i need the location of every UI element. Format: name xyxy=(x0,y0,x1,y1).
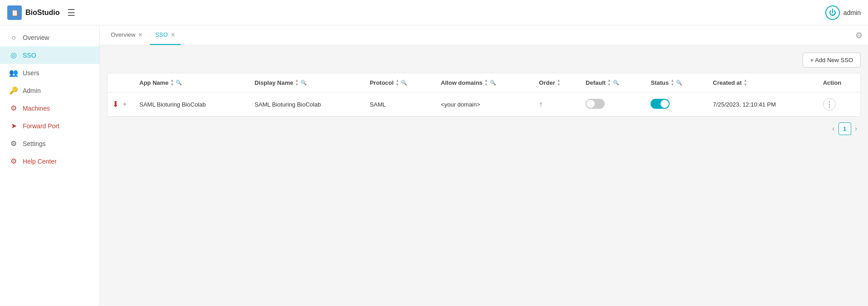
sort-up-icon: ▲ xyxy=(607,79,611,83)
cell-action: ⋮ xyxy=(819,92,860,117)
sort-down-icon: ▼ xyxy=(170,83,174,87)
drag-handle-icon[interactable]: ⬇ xyxy=(112,99,119,109)
sort-down-icon: ▼ xyxy=(484,83,488,87)
sidebar: ○ Overview ◎ SSO 👥 Users 🔑 Admin ⚙ Machi… xyxy=(0,25,100,306)
row-controls: ⬇ + xyxy=(112,99,130,109)
table-row: ⬇ + SAML Bioturing BioColab SAML Bioturi… xyxy=(108,92,860,117)
sidebar-item-forward-port[interactable]: ➤ Forward Port xyxy=(0,117,99,135)
tab-overview-label: Overview xyxy=(111,31,135,38)
sidebar-item-machines[interactable]: ⚙ Machines xyxy=(0,99,99,117)
tab-overview-close[interactable]: ✕ xyxy=(138,32,143,38)
col-allow-domains-label: Allow domains xyxy=(441,79,483,86)
app-name-sort[interactable]: ▲ ▼ xyxy=(170,79,174,87)
col-protocol-label: Protocol xyxy=(370,79,394,86)
cell-default xyxy=(581,92,646,117)
hamburger-menu-icon[interactable]: ☰ xyxy=(67,7,75,18)
col-row-controls xyxy=(108,73,135,92)
allow-domains-sort[interactable]: ▲ ▼ xyxy=(484,79,488,87)
cell-created-at: 7/25/2023, 12:10:41 PM xyxy=(708,92,818,117)
protocol-search-icon[interactable]: 🔍 xyxy=(401,80,407,86)
tabs-bar: Overview ✕ SSO ✕ ⚙ xyxy=(100,25,868,45)
main-layout: ○ Overview ◎ SSO 👥 Users 🔑 Admin ⚙ Machi… xyxy=(0,25,868,306)
sort-up-icon: ▲ xyxy=(484,79,488,83)
user-name: admin xyxy=(843,9,861,16)
created-at-sort[interactable]: ▲ ▼ xyxy=(744,79,747,87)
pagination: ‹ 1 › xyxy=(107,117,861,135)
sidebar-item-sso[interactable]: ◎ SSO xyxy=(0,46,99,64)
default-toggle-track[interactable] xyxy=(586,99,605,109)
more-actions-button[interactable]: ⋮ xyxy=(823,98,836,111)
order-sort[interactable]: ▲ ▼ xyxy=(557,79,561,87)
allow-domains-value: <your domain> xyxy=(441,101,480,108)
col-display-name-label: Display Name xyxy=(255,79,293,86)
tabs-settings-icon[interactable]: ⚙ xyxy=(855,30,863,40)
col-status: Status ▲ ▼ 🔍 xyxy=(646,73,708,92)
sidebar-label-machines: Machines xyxy=(23,105,50,112)
status-toggle-thumb xyxy=(661,100,669,108)
col-protocol: Protocol ▲ ▼ 🔍 xyxy=(365,73,436,92)
next-page-button[interactable]: › xyxy=(853,123,859,135)
col-default-label: Default xyxy=(586,79,606,86)
sidebar-label-forward-port: Forward Port xyxy=(23,122,59,130)
col-order: Order ▲ ▼ xyxy=(534,73,581,92)
add-row-icon[interactable]: + xyxy=(123,100,127,108)
default-search-icon[interactable]: 🔍 xyxy=(613,80,619,86)
sso-icon: ◎ xyxy=(9,51,18,59)
page-content: + Add New SSO App Name xyxy=(100,45,868,306)
sidebar-label-admin: Admin xyxy=(23,87,41,94)
row-controls-cell: ⬇ + xyxy=(108,92,135,117)
sidebar-item-overview[interactable]: ○ Overview xyxy=(0,29,99,46)
status-toggle-track[interactable] xyxy=(651,99,670,109)
sort-down-icon: ▼ xyxy=(295,83,299,87)
add-new-sso-button[interactable]: + Add New SSO xyxy=(803,53,861,68)
prev-page-button[interactable]: ‹ xyxy=(830,123,836,135)
display-name-search-icon[interactable]: 🔍 xyxy=(301,80,307,86)
app-name-value: SAML Bioturing BioColab xyxy=(139,101,206,108)
app-name-search-icon[interactable]: 🔍 xyxy=(176,80,182,86)
sort-down-icon: ▼ xyxy=(607,83,611,87)
page-number-1[interactable]: 1 xyxy=(838,122,851,135)
protocol-sort[interactable]: ▲ ▼ xyxy=(395,79,399,87)
content-area: Overview ✕ SSO ✕ ⚙ + Add New SSO xyxy=(100,25,868,306)
status-toggle[interactable] xyxy=(651,99,670,109)
cell-display-name: SAML Bioturing BioColab xyxy=(250,92,365,117)
sort-down-icon: ▼ xyxy=(744,83,747,87)
col-status-label: Status xyxy=(651,79,669,86)
col-created-at: Created at ▲ ▼ xyxy=(708,73,818,92)
sidebar-item-admin[interactable]: 🔑 Admin xyxy=(0,82,99,99)
sidebar-item-help-center[interactable]: ⚙ Help Center xyxy=(0,152,99,170)
tabs-list: Overview ✕ SSO ✕ xyxy=(105,25,181,45)
settings-icon: ⚙ xyxy=(9,139,18,148)
header: 📋 BioStudio ☰ ⏻ admin xyxy=(0,0,868,25)
status-search-icon[interactable]: 🔍 xyxy=(676,80,682,86)
sort-up-icon: ▲ xyxy=(395,79,399,83)
tab-overview[interactable]: Overview ✕ xyxy=(105,25,148,45)
order-up-button[interactable]: ↑ xyxy=(539,100,542,108)
col-display-name: Display Name ▲ ▼ 🔍 xyxy=(250,73,365,92)
default-toggle[interactable] xyxy=(586,99,605,109)
col-created-at-label: Created at xyxy=(713,79,742,86)
sort-up-icon: ▲ xyxy=(295,79,299,83)
sidebar-item-users[interactable]: 👥 Users xyxy=(0,64,99,82)
cell-app-name: SAML Bioturing BioColab xyxy=(135,92,250,117)
default-sort[interactable]: ▲ ▼ xyxy=(607,79,611,87)
sidebar-item-settings[interactable]: ⚙ Settings xyxy=(0,135,99,152)
sort-up-icon: ▲ xyxy=(671,79,674,83)
col-action-label: Action xyxy=(823,79,841,86)
col-app-name-label: App Name xyxy=(139,79,168,86)
tab-sso[interactable]: SSO ✕ xyxy=(150,25,180,45)
logo: 📋 BioStudio xyxy=(7,5,60,20)
sidebar-label-users: Users xyxy=(23,69,39,77)
allow-domains-search-icon[interactable]: 🔍 xyxy=(490,80,496,86)
sort-up-icon: ▲ xyxy=(744,79,747,83)
tab-sso-close[interactable]: ✕ xyxy=(171,32,175,38)
col-allow-domains: Allow domains ▲ ▼ 🔍 xyxy=(436,73,534,92)
status-sort[interactable]: ▲ ▼ xyxy=(671,79,674,87)
display-name-sort[interactable]: ▲ ▼ xyxy=(295,79,299,87)
cell-order: ↑ xyxy=(534,92,581,117)
sort-down-icon: ▼ xyxy=(671,83,674,87)
help-center-icon: ⚙ xyxy=(9,157,18,165)
col-app-name: App Name ▲ ▼ 🔍 xyxy=(135,73,250,92)
display-name-value: SAML Bioturing BioColab xyxy=(255,101,321,108)
tab-sso-label: SSO xyxy=(155,31,168,38)
